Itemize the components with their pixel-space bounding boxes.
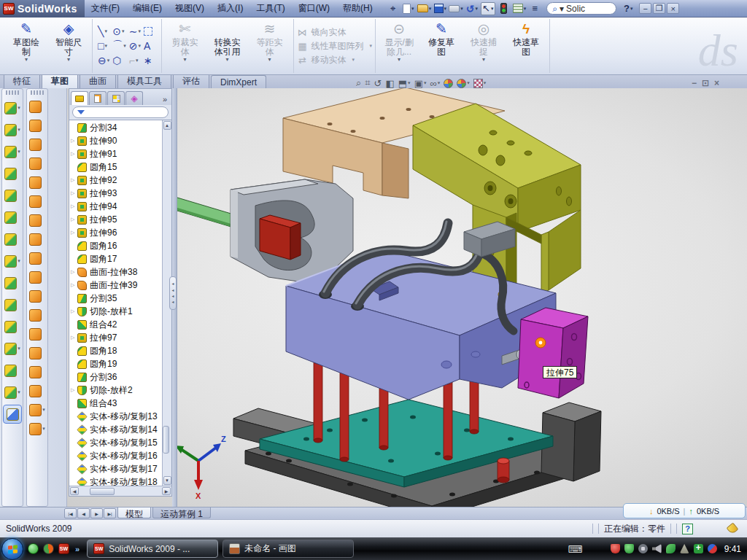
feature-tool-button[interactable]: ▾ [2,206,23,228]
quick-launch-chevron-icon[interactable]: » [75,545,80,553]
view-tool-button[interactable]: ▣ ▾ [414,78,427,89]
expand-arrow-icon[interactable]: ▷ [71,190,77,196]
document-tab[interactable]: 模型 [117,508,151,518]
open-folder-icon[interactable]: ▾ [417,2,432,15]
tag-icon[interactable] [727,523,739,535]
surface-tool-button[interactable]: ▾ [27,343,47,362]
feature-tree-item[interactable]: ▷ 拉伸94 [69,200,162,213]
propertymanager-tab[interactable] [89,91,107,105]
sketch-entity-button[interactable]: ⊙ ▾ [112,25,126,39]
feature-tree-item[interactable]: ▷ 切除-放样1 [69,305,162,318]
feature-tree-item[interactable]: ▷ 拉伸93 [69,187,162,200]
document-tab[interactable]: 运动算例 1 [152,508,211,518]
expand-arrow-icon[interactable]: ▷ [71,387,77,393]
quick-launch-icon[interactable] [43,543,54,554]
surface-tool-button[interactable]: ▾ [27,362,47,381]
feature-tree-item[interactable]: ▷ 曲面-拉伸38 [69,265,162,279]
feature-tool-button[interactable]: ▾ [2,250,23,272]
feature-tool-button[interactable]: ▾ [2,381,23,403]
menu-item[interactable]: 插入(I) [211,0,249,17]
h-scrollbar-thumb[interactable] [90,488,115,495]
surface-tool-button[interactable]: ▾ [27,419,47,438]
expand-arrow-icon[interactable]: ▷ [71,335,77,341]
start-button[interactable] [1,538,23,560]
surface-tool-button[interactable]: ▾ [27,268,47,287]
tree-horizontal-scrollbar[interactable]: ◀ ▶ [69,486,171,496]
selection-filter-icon[interactable]: ≡ [528,2,541,15]
tray-icon[interactable] [680,544,689,553]
undo-icon[interactable]: ↺▾ [465,2,479,15]
graphics-area[interactable]: Y Z X ▾ ▾ [0,88,747,507]
options-icon[interactable]: ▾ [513,2,527,15]
quick-tips-icon[interactable]: ? [682,524,693,534]
feature-tree-item[interactable]: ▷ 实体-移动/复制17 [69,462,162,475]
view-tool-button[interactable]: ⌗ ▾ [365,77,370,89]
model-part-cam-slider[interactable] [170,179,353,284]
close-button[interactable]: × [667,3,679,14]
feature-tree-item[interactable]: ▷ 拉伸97 [69,331,162,344]
tray-icon[interactable] [694,544,703,553]
sketch-entity-button[interactable]: ∼ ▾ [129,25,141,39]
surface-tool-button[interactable]: ▾ [27,324,47,343]
select-tool-icon[interactable]: ↖▾ [481,2,495,15]
expand-arrow-icon[interactable]: ▷ [71,177,77,183]
feature-tool-button[interactable]: ▾ [2,119,23,141]
feature-tree-item[interactable]: ▷ 拉伸96 [69,226,162,239]
feature-tree-item[interactable]: ▷ 切除-放样2 [69,384,162,397]
expand-arrow-icon[interactable]: ▷ [71,282,77,288]
panel-overflow-button[interactable]: » [160,95,170,105]
doc-restore-button[interactable]: ⊡ [702,78,709,88]
menu-item[interactable]: 帮助(H) [336,0,379,17]
surface-tool-button[interactable]: ▾ [27,306,47,324]
surface-tool-button[interactable]: ▾ [27,249,47,268]
minimize-button[interactable]: − [639,3,651,14]
scroll-right-icon[interactable]: ▶ [162,487,171,495]
toolbar-grip[interactable] [31,90,44,95]
feature-tree-item[interactable]: ▷ 实体-移动/复制16 [69,449,162,462]
sketch-entity-button[interactable]: ⊖ ▾ [98,54,109,68]
sketch-entity-button[interactable]: ⊘ ▾ [129,39,141,53]
doc-minimize-button[interactable]: − [692,78,697,88]
feature-tool-button[interactable]: ▾ [2,97,23,119]
feature-tool-button[interactable]: ▾ [2,338,23,359]
sketch-entity-button[interactable]: ╲ ▾ [98,25,109,39]
surface-tool-button[interactable]: ▾ [27,211,47,230]
menu-item[interactable]: 文件(F) [85,0,126,17]
feature-tree-item[interactable]: ▷ 分割36 [69,370,162,384]
expand-arrow-icon[interactable]: ▷ [71,308,77,314]
tab-nav-button[interactable]: |◀ [64,508,77,518]
view-tool-button[interactable]: ⌕ ▾ [356,77,361,89]
feature-tree-item[interactable]: ▷ 圆角15 [69,160,162,174]
menu-item[interactable]: 编辑(E) [126,0,169,17]
scroll-left-icon[interactable]: ◀ [70,487,79,495]
surface-tool-button[interactable]: ▾ [27,173,47,192]
tray-icon[interactable] [638,544,648,553]
sketch-entity-button[interactable]: □ ▾ [98,39,109,53]
surface-tool-button[interactable]: ▾ [27,154,47,173]
surface-tool-button[interactable]: ▾ [27,192,47,211]
menu-item[interactable]: 窗口(W) [292,0,336,17]
tray-icon[interactable] [624,544,634,553]
feature-tree-item[interactable]: ▷ 组合42 [69,318,162,331]
surface-tool-button[interactable]: ▾ [27,135,47,154]
feature-tree-item[interactable]: ▷ 实体-移动/复制15 [69,436,162,449]
ribbon-tab[interactable]: 特征 [4,73,40,88]
view-tool-button[interactable]: ▾ [444,79,453,88]
tray-icon[interactable] [652,544,662,553]
expand-arrow-icon[interactable]: ▷ [71,138,77,144]
tab-nav-button[interactable]: ◀ [77,508,90,518]
tab-nav-button[interactable]: ▶| [104,508,116,518]
feature-tree-item[interactable]: ▷ 拉伸92 [69,174,162,187]
tray-icon[interactable] [666,544,676,553]
feature-tree-item[interactable]: ▷ 圆角17 [69,252,162,265]
surface-tool-button[interactable]: ▾ [27,230,47,249]
command-button[interactable]: ◈ 智能尺 寸 ▾ [47,19,90,73]
view-tool-button[interactable]: ↺ ▾ [374,78,382,89]
command-row-button[interactable]: ▦ 线性草图阵列 ▾ [297,40,373,52]
toolbar-grip[interactable] [6,90,19,95]
save-icon[interactable]: ▾ [433,2,446,15]
view-tool-button[interactable]: ▾ [473,79,487,88]
scroll-up-icon[interactable]: ▲ [163,121,171,130]
sketch-entity-button[interactable]: ⬡ ▾ [112,54,126,68]
feature-tool-button[interactable]: ▾ [2,316,23,338]
